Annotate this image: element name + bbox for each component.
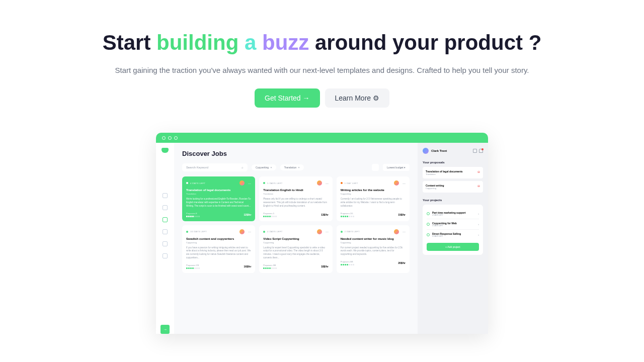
app-preview-window: Discover Jobs Search Keyword⌕ Copywritin… bbox=[156, 133, 488, 334]
avatar bbox=[394, 180, 399, 186]
status-dot-icon bbox=[263, 182, 265, 184]
proposals-heading: Your proposals bbox=[423, 161, 483, 164]
status-dot-icon bbox=[186, 182, 188, 184]
exit-button[interactable] bbox=[160, 325, 170, 334]
more-icon[interactable]: ⋯ bbox=[326, 182, 329, 185]
get-started-button[interactable]: Get Started → bbox=[255, 88, 319, 108]
more-icon[interactable]: ⋯ bbox=[248, 182, 251, 185]
job-description: Currently I am looking for 2-3 Vietnames… bbox=[341, 198, 406, 208]
window-control-icon bbox=[162, 136, 166, 140]
job-card[interactable]: 4 DAYS LEFT ⋯ Video Script Copywriting C… bbox=[259, 225, 332, 273]
project-status-icon bbox=[427, 233, 430, 236]
avatar bbox=[239, 180, 245, 186]
days-left: 1 DAY LEFT bbox=[345, 182, 358, 185]
avatar bbox=[423, 148, 429, 154]
more-icon[interactable]: ⋯ bbox=[403, 182, 406, 185]
proposals-bar bbox=[341, 264, 354, 265]
filter-chip-translation[interactable]: Translation bbox=[280, 164, 304, 170]
search-icon: ⌕ bbox=[242, 166, 244, 169]
avatar bbox=[317, 229, 322, 234]
project-status-icon bbox=[427, 223, 430, 226]
window-control-icon bbox=[174, 136, 178, 140]
mail-icon[interactable] bbox=[473, 149, 477, 153]
avatar bbox=[317, 180, 322, 186]
main-content: Discover Jobs Search Keyword⌕ Copywritin… bbox=[174, 143, 418, 334]
job-category: Translation bbox=[263, 193, 328, 195]
job-title: Translation English to Hindi bbox=[263, 189, 328, 192]
job-description: Looking for expert level Copywriting spe… bbox=[263, 246, 328, 260]
proposal-item[interactable]: Content writingCopywriting⊖ bbox=[423, 181, 483, 193]
job-category: Copywriting bbox=[341, 241, 406, 244]
window-control-icon bbox=[168, 136, 172, 140]
job-title: Writing articles for the website bbox=[341, 189, 406, 192]
hourly-rate: 15$/hr bbox=[398, 213, 406, 216]
nav-clock-icon[interactable] bbox=[163, 205, 168, 210]
hourly-rate: 12$/hr bbox=[244, 213, 252, 216]
job-title: Translation of legal documents bbox=[186, 189, 251, 192]
chevron-right-icon: › bbox=[478, 223, 479, 226]
bell-icon[interactable] bbox=[479, 149, 483, 153]
add-project-button[interactable]: + Add project bbox=[427, 243, 479, 251]
proposals-count: Proposers 2/8 bbox=[186, 264, 200, 266]
avatar bbox=[239, 229, 245, 234]
proposals-bar bbox=[186, 267, 200, 269]
job-category: Copywriting bbox=[186, 241, 251, 244]
window-titlebar bbox=[156, 133, 488, 143]
chevron-right-icon: › bbox=[478, 233, 479, 236]
nav-doc-icon[interactable] bbox=[163, 253, 168, 258]
proposals-count: Proposers 3/8 bbox=[341, 260, 354, 263]
remove-icon[interactable]: ⊖ bbox=[477, 184, 480, 190]
proposal-item[interactable]: Translation of legal documentsTranslatio… bbox=[423, 167, 483, 178]
proposals-bar bbox=[341, 216, 354, 217]
learn-more-button[interactable]: Learn More ⚙ bbox=[325, 88, 389, 108]
job-title: Video Script Copywriting bbox=[263, 237, 328, 240]
nav-calendar-icon[interactable] bbox=[163, 229, 168, 234]
status-dot-icon bbox=[341, 182, 343, 184]
filter-chip-copywriting[interactable]: Copywriting bbox=[252, 164, 276, 170]
project-item[interactable]: Part time marketing support4 DAYS LEFT› bbox=[427, 209, 479, 219]
search-input[interactable]: Search Keyword⌕ bbox=[182, 163, 248, 171]
sort-dropdown[interactable]: Lowest budget ▾ bbox=[383, 164, 410, 171]
project-item[interactable]: Copywriting for Web5 DAYS LEFT› bbox=[427, 219, 479, 230]
project-status-icon bbox=[427, 212, 430, 215]
more-icon[interactable]: ⋯ bbox=[403, 230, 406, 233]
filter-icon[interactable] bbox=[372, 164, 379, 171]
projects-heading: Your projects bbox=[423, 199, 483, 202]
hourly-rate: 20$/hr bbox=[398, 261, 406, 264]
nav-jobs-icon[interactable] bbox=[163, 217, 168, 222]
status-dot-icon bbox=[341, 231, 343, 233]
status-dot-icon bbox=[186, 231, 188, 233]
nav-mail-icon[interactable] bbox=[163, 241, 168, 246]
proposal-category: Copywriting bbox=[426, 187, 444, 190]
hero-title: Start building a buzz around your produc… bbox=[0, 30, 644, 55]
proposals-count: Proposers 8 bbox=[186, 212, 200, 215]
page-title: Discover Jobs bbox=[182, 150, 410, 157]
job-card[interactable]: 4 DAYS LEFT ⋯ Translation of legal docum… bbox=[182, 176, 255, 221]
job-card[interactable]: 10 DAYS LEFT ⋯ Swedish content and copyw… bbox=[182, 225, 255, 273]
job-title: Swedish content and copywriters bbox=[186, 237, 251, 240]
proposals-bar bbox=[186, 216, 200, 217]
right-panel: Clark Trent Your proposals Translation o… bbox=[418, 143, 488, 334]
remove-icon[interactable]: ⊖ bbox=[477, 170, 480, 175]
chevron-right-icon: › bbox=[478, 212, 479, 215]
days-left: 2 DAYS LEFT bbox=[345, 230, 360, 233]
job-description: We're looking for a professional English… bbox=[186, 198, 251, 208]
more-icon[interactable]: ⋯ bbox=[248, 230, 251, 233]
project-meta: 4 DAYS LEFT bbox=[432, 214, 466, 216]
project-meta: 5 DAYS LEFT bbox=[432, 225, 457, 227]
user-profile[interactable]: Clark Trent bbox=[423, 148, 483, 154]
hourly-rate: 18$/hr bbox=[321, 265, 329, 268]
nav-dashboard-icon[interactable] bbox=[163, 193, 168, 198]
days-left: 4 DAYS LEFT bbox=[190, 182, 205, 185]
more-icon[interactable]: ⋯ bbox=[326, 230, 329, 233]
project-item[interactable]: Direct Response Selling3 DAYS LEFT› bbox=[427, 230, 479, 240]
days-left: 4 DAYS LEFT bbox=[267, 230, 282, 233]
hourly-rate: 16$/hr bbox=[244, 265, 252, 268]
proposals-count: Proposers 2/5 bbox=[341, 212, 354, 215]
proposals-bar bbox=[263, 216, 277, 217]
job-card[interactable]: 1 DAY LEFT ⋯ Writing articles for the we… bbox=[337, 176, 410, 221]
proposal-category: Translation bbox=[426, 173, 463, 175]
job-card[interactable]: 5 DAYS LEFT ⋯ Translation English to Hin… bbox=[259, 176, 332, 221]
job-description: Please only bid if you are willing to un… bbox=[263, 198, 328, 208]
job-card[interactable]: 2 DAYS LEFT ⋯ Needed content writer for … bbox=[337, 225, 410, 273]
